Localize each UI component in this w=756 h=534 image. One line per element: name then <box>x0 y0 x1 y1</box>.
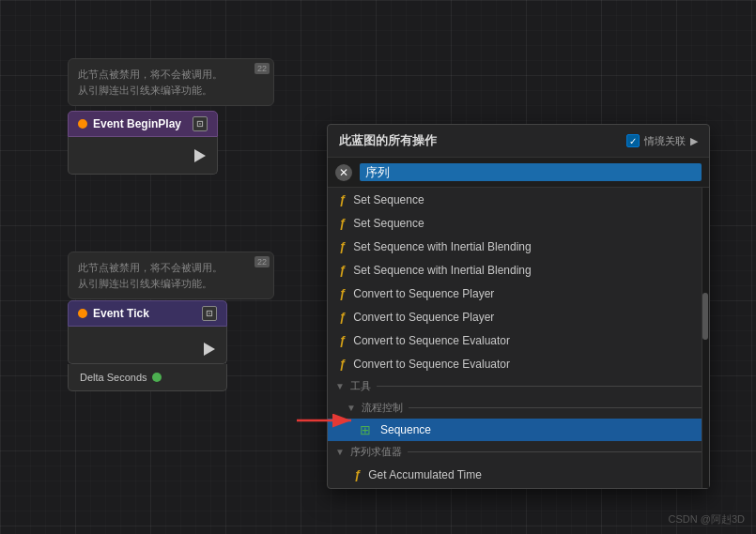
result-get-sequence[interactable]: ƒ Get Sequence <box>328 486 709 488</box>
func-icon-8: ƒ <box>339 357 346 371</box>
result-set-sequence-1[interactable]: ƒ Set Sequence <box>328 188 709 211</box>
actions-popup: 此蓝图的所有操作 ✓ 情境关联 ▶ ✕ ƒ Set Sequence ƒ Set… <box>327 124 710 489</box>
context-label: 情境关联 <box>644 134 686 148</box>
section-tools: ▼ 工具 <box>328 375 709 397</box>
result-label-8: Convert to Sequence Evaluator <box>353 358 510 371</box>
search-bar: ✕ <box>328 158 709 188</box>
seq-values-expand-icon: ▼ <box>335 447 345 457</box>
event-begin-play-node: Event BeginPlay ⊡ <box>68 111 218 175</box>
event-begin-play-header: Event BeginPlay ⊡ <box>68 111 218 137</box>
result-label-4: Set Sequence with Inertial Blending <box>353 264 531 277</box>
result-label-5: Convert to Sequence Player <box>353 287 494 300</box>
search-input[interactable] <box>360 163 702 181</box>
popup-header: 此蓝图的所有操作 ✓ 情境关联 ▶ <box>328 125 709 158</box>
func-icon-2: ƒ <box>339 216 346 230</box>
seq-values-divider <box>408 451 702 452</box>
section-tools-label: 工具 <box>350 379 371 393</box>
tick-icon <box>78 309 87 318</box>
tick-options-icon: ⊡ <box>206 309 213 318</box>
event-tick-label: Event Tick <box>93 307 149 320</box>
tick-options[interactable]: ⊡ <box>202 306 217 321</box>
event-tick-body <box>68 327 227 364</box>
result-sequence-label: Sequence <box>380 423 431 436</box>
context-arrow: ▶ <box>690 135 698 147</box>
result-label-2: Set Sequence <box>353 217 424 230</box>
func-icon-5: ƒ <box>339 286 346 300</box>
event-begin-play-label: Event BeginPlay <box>93 117 181 130</box>
delta-seconds-pin: Delta Seconds <box>69 368 226 387</box>
scrollbar-thumb[interactable] <box>702 293 708 340</box>
result-get-accumulated-label: Get Accumulated Time <box>368 468 482 481</box>
tick-pins: Delta Seconds <box>68 364 227 391</box>
func-icon-7: ƒ <box>339 333 346 347</box>
result-convert-evaluator-1[interactable]: ƒ Convert to Sequence Evaluator <box>328 328 709 352</box>
section-seq-values-label: 序列求值器 <box>350 445 402 459</box>
disabled-node-1-badge: 22 <box>255 63 270 74</box>
tick-exec-output <box>204 343 215 356</box>
section-flow-label: 流程控制 <box>362 401 403 415</box>
result-convert-player-1[interactable]: ƒ Convert to Sequence Player <box>328 282 709 305</box>
popup-title: 此蓝图的所有操作 <box>339 132 437 149</box>
func-icon-4: ƒ <box>339 263 346 277</box>
func-icon-6: ƒ <box>339 310 346 324</box>
watermark: CSDN @阿赳3D <box>669 512 745 526</box>
result-sequence-main[interactable]: ⊞ Sequence <box>328 419 709 441</box>
disabled-node-1: 此节点被禁用，将不会被调用。 从引脚连出引线来编译功能。 22 <box>68 58 274 106</box>
func-icon-3: ƒ <box>339 239 346 253</box>
context-checkbox[interactable]: ✓ 情境关联 ▶ <box>626 134 698 148</box>
func-icon-1: ƒ <box>339 192 346 206</box>
disabled-node-2-badge: 22 <box>255 256 270 267</box>
begin-play-options-icon: ⊡ <box>196 119 204 129</box>
event-tick-node: Event Tick ⊡ Delta Seconds <box>68 300 227 391</box>
watermark-text: CSDN @阿赳3D <box>669 513 745 525</box>
begin-play-options[interactable]: ⊡ <box>193 116 208 131</box>
checkbox-checked-icon: ✓ <box>626 134 640 147</box>
result-label-1: Set Sequence <box>353 193 424 206</box>
disabled-node-2: 此节点被禁用，将不会被调用。 从引脚连出引线来编译功能。 22 <box>68 252 274 299</box>
search-clear-button[interactable]: ✕ <box>335 164 352 181</box>
delta-seconds-dot <box>152 373 162 382</box>
disabled-node-2-text2: 从引脚连出引线来编译功能。 <box>78 278 212 289</box>
begin-play-exec-output <box>194 149 206 162</box>
flow-divider <box>409 407 702 408</box>
result-set-sequence-2[interactable]: ƒ Set Sequence <box>328 211 709 235</box>
disabled-node-2-text: 此节点被禁用，将不会被调用。 <box>78 262 223 273</box>
event-begin-play-body <box>68 137 218 175</box>
popup-scrollbar[interactable] <box>702 188 709 488</box>
result-label-3: Set Sequence with Inertial Blending <box>353 240 531 253</box>
section-sequence-values: ▼ 序列求值器 <box>328 441 709 463</box>
arrow-svg <box>297 410 363 431</box>
result-get-accumulated[interactable]: ƒ Get Accumulated Time <box>328 463 709 486</box>
delta-seconds-label: Delta Seconds <box>80 372 147 383</box>
check-mark: ✓ <box>629 136 637 146</box>
func-icon-acc: ƒ <box>354 467 361 481</box>
results-list: ƒ Set Sequence ƒ Set Sequence ƒ Set Sequ… <box>328 188 709 488</box>
disabled-node-1-text2: 从引脚连出引线来编译功能。 <box>78 84 212 96</box>
event-tick-header: Event Tick ⊡ <box>68 300 227 327</box>
close-icon: ✕ <box>339 166 348 179</box>
result-set-sequence-inertial-2[interactable]: ƒ Set Sequence with Inertial Blending <box>328 258 709 282</box>
begin-play-icon <box>78 119 87 129</box>
result-set-sequence-inertial-1[interactable]: ƒ Set Sequence with Inertial Blending <box>328 235 709 258</box>
result-label-7: Convert to Sequence Evaluator <box>353 334 510 347</box>
result-convert-player-2[interactable]: ƒ Convert to Sequence Player <box>328 305 709 328</box>
result-convert-evaluator-2[interactable]: ƒ Convert to Sequence Evaluator <box>328 352 709 375</box>
disabled-node-1-text: 此节点被禁用，将不会被调用。 <box>78 69 223 80</box>
section-flow-control: ▼ 流程控制 <box>328 397 709 419</box>
tools-divider <box>377 386 702 387</box>
arrow-indicator <box>297 410 363 435</box>
result-label-6: Convert to Sequence Player <box>353 311 494 324</box>
tools-expand-icon: ▼ <box>335 381 345 391</box>
